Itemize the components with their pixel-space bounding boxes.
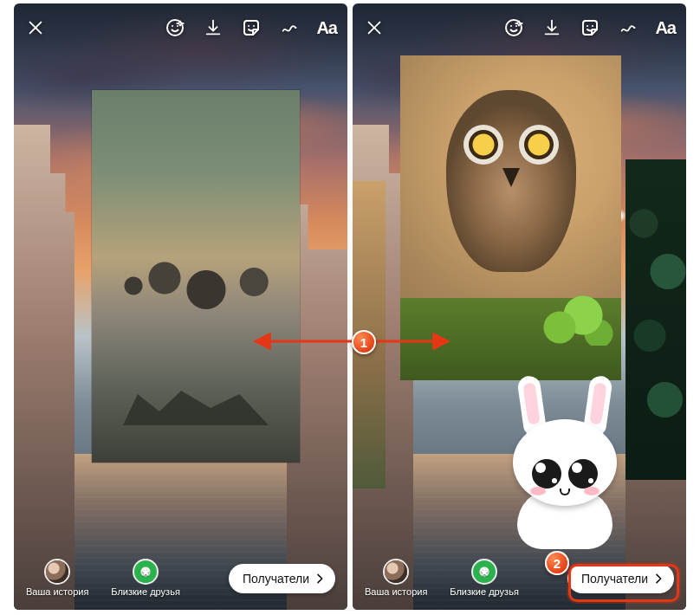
bunny-mouth (560, 489, 570, 495)
chevron-right-icon (313, 572, 327, 586)
your-story-label: Ваша история (26, 586, 88, 597)
story-editor-screen-1: Aa Ваша история Близкие друзья Получател… (14, 3, 347, 610)
avatar-icon (385, 560, 407, 583)
recipients-button[interactable]: Получатели (567, 564, 674, 593)
svg-point-8 (515, 25, 517, 27)
svg-point-5 (295, 27, 297, 29)
text-tool-icon[interactable]: Aa (316, 18, 337, 38)
inserted-image-painting[interactable] (92, 90, 300, 463)
story-toolbar: Aa (353, 12, 686, 43)
your-story-label: Ваша история (365, 586, 427, 597)
sticker-icon[interactable] (240, 16, 262, 39)
draw-icon[interactable] (617, 16, 639, 39)
svg-point-11 (634, 27, 636, 29)
owl-beak (502, 168, 520, 187)
face-filter-icon[interactable] (502, 16, 525, 39)
recipients-label: Получатели (243, 572, 309, 586)
moss-ground (400, 298, 621, 380)
svg-point-4 (253, 25, 255, 27)
face-filter-icon[interactable] (164, 16, 186, 39)
chevron-right-icon (651, 572, 665, 586)
text-tool-icon[interactable]: Aa (655, 18, 676, 38)
svg-point-3 (248, 25, 250, 27)
inserted-image-owl[interactable] (400, 55, 621, 380)
your-story-button[interactable]: Ваша история (365, 560, 427, 597)
download-icon[interactable] (541, 16, 563, 39)
buildings-left (14, 125, 75, 610)
svg-point-2 (177, 25, 178, 27)
close-friends-label: Близкие друзья (450, 586, 518, 597)
close-friends-label: Близкие друзья (111, 586, 179, 597)
svg-point-9 (587, 25, 588, 27)
bunny-blush-right (584, 487, 600, 495)
owl-graphic (446, 90, 576, 272)
sticker-icon[interactable] (579, 16, 601, 39)
draw-icon[interactable] (278, 16, 301, 39)
download-icon[interactable] (202, 16, 224, 39)
close-icon[interactable] (24, 16, 47, 39)
avatar-icon (46, 560, 68, 583)
close-friends-star-icon (473, 560, 496, 583)
recipients-button[interactable]: Получатели (229, 564, 335, 593)
svg-point-10 (592, 25, 593, 27)
close-friends-button[interactable]: Близкие друзья (111, 560, 179, 597)
annotation-badge-2: 2 (545, 551, 569, 575)
annotation-badge-1: 1 (352, 330, 376, 354)
story-toolbar: Aa (14, 12, 347, 43)
story-bottom-bar: Ваша история Близкие друзья Получатели (14, 556, 347, 601)
story-bottom-bar: Ваша история Близкие друзья Получатели (353, 556, 686, 601)
inserted-image-leaves[interactable] (625, 159, 686, 480)
svg-point-7 (510, 25, 512, 27)
close-friends-button[interactable]: Близкие друзья (450, 560, 518, 597)
bunny-head (513, 419, 617, 506)
bunny-sticker[interactable] (500, 402, 630, 549)
close-friends-star-icon (134, 560, 157, 583)
close-icon[interactable] (363, 16, 386, 39)
bunny-blush-left (530, 487, 546, 495)
your-story-button[interactable]: Ваша история (26, 560, 88, 597)
bunny-eye-left (532, 459, 561, 489)
svg-point-1 (172, 25, 173, 27)
bunny-eye-right (568, 459, 598, 489)
recipients-label: Получатели (581, 572, 648, 586)
story-editor-screen-2: Aa Ваша история Близкие друзья Получател… (353, 3, 686, 610)
